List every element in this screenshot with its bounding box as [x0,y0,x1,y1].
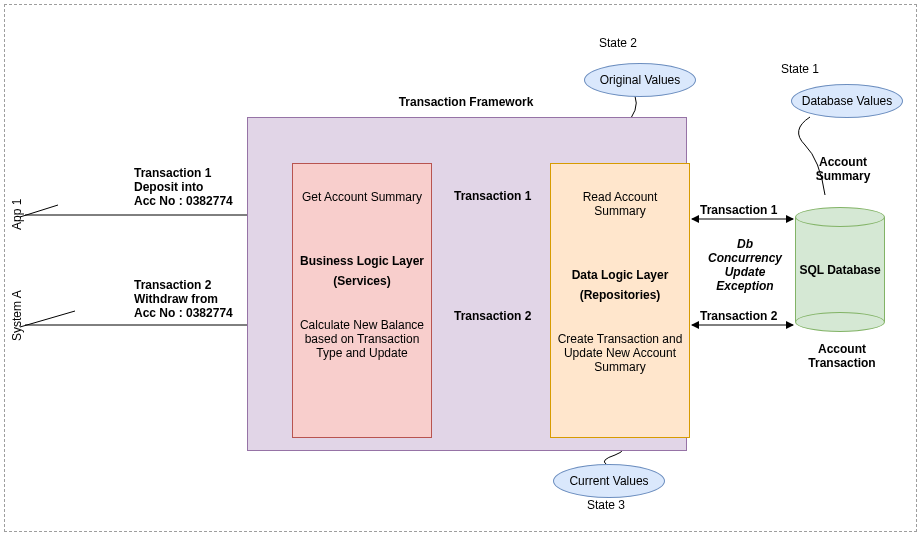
db-concurrency-label: Db Concurrency Update Exception [700,237,790,293]
transaction-1-label-a: Transaction 1 [454,189,531,203]
t2-line2: Withdraw from [134,292,218,306]
t2-line3: Acc No : 0382774 [134,306,233,320]
current-values-ellipse: Current Values [553,464,665,498]
account-transaction-label: Account Transaction [792,342,892,370]
t1-line2: Deposit into [134,180,203,194]
transaction-2-label-b: Transaction 2 [700,309,777,323]
dll-title: Data Logic Layer [557,268,683,282]
system-a-source: System A [10,290,24,341]
business-logic-layer-box: Get Account Summary Business Logic Layer… [292,163,432,438]
dll-subtitle: (Repositories) [557,288,683,302]
state-3-label: State 3 [576,498,636,512]
dll-read-account: Read Account Summary [557,190,683,218]
database-values-ellipse: Database Values [791,84,903,118]
bll-title: Business Logic Layer [299,254,425,268]
database-values-text: Database Values [802,94,893,108]
bll-get-account: Get Account Summary [299,190,425,204]
transaction-1-label-b: Transaction 1 [700,203,777,217]
t1-line1: Transaction 1 [134,166,211,180]
original-values-ellipse: Original Values [584,63,696,97]
database-label: SQL Database [799,263,880,277]
account-summary-label: Account Summary [803,155,883,183]
original-values-text: Original Values [600,73,680,87]
bll-subtitle: (Services) [299,274,425,288]
app-1-source: App 1 [10,199,24,230]
framework-title: Transaction Framework [247,95,685,109]
sql-database-cylinder: SQL Database [795,207,885,332]
bll-calculate: Calculate New Balance based on Transacti… [299,318,425,360]
dll-create-trans: Create Transaction and Update New Accoun… [557,332,683,374]
data-logic-layer-box: Read Account Summary Data Logic Layer (R… [550,163,690,438]
state-2-label: State 2 [588,36,648,50]
transaction-2-desc: Transaction 2 Withdraw from Acc No : 038… [134,278,244,320]
transaction-2-label-a: Transaction 2 [454,309,531,323]
current-values-text: Current Values [569,474,648,488]
diagram-canvas: Transaction Framework Get Account Summar… [0,0,921,536]
state-1-label: State 1 [770,62,830,76]
t1-line3: Acc No : 0382774 [134,194,233,208]
t2-line1: Transaction 2 [134,278,211,292]
transaction-1-desc: Transaction 1 Deposit into Acc No : 0382… [134,166,244,208]
